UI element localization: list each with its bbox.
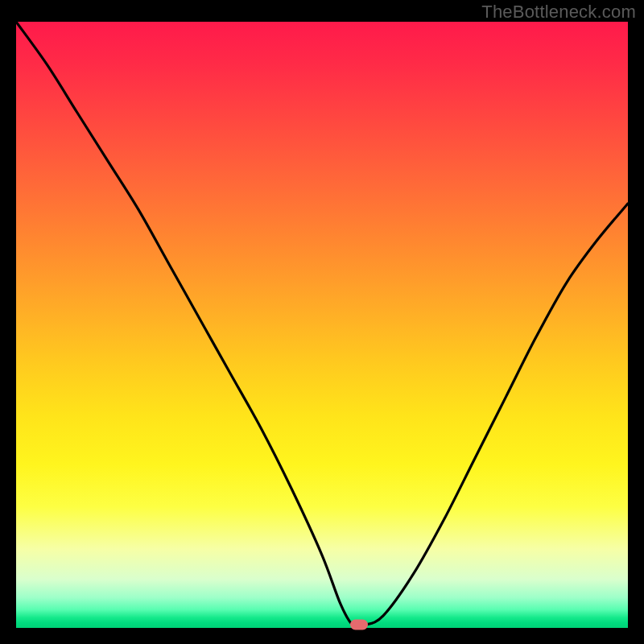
optimal-point-marker: [350, 620, 368, 630]
plot-area: [16, 22, 628, 628]
chart-frame: TheBottleneck.com: [0, 0, 644, 644]
watermark-text: TheBottleneck.com: [481, 2, 636, 23]
bottleneck-curve: [16, 22, 628, 628]
curve-path: [16, 22, 628, 627]
